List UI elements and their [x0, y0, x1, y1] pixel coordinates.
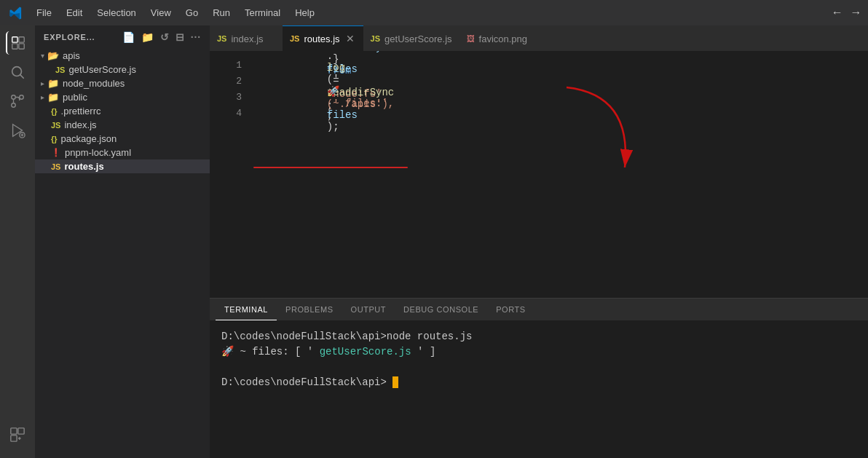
sidebar-item-label: apis: [63, 50, 80, 61]
js-tab-icon: JS: [217, 34, 226, 43]
main-layout: EXPLORE... 📄 📁 ↺ ⊟ ··· ▾ 📂 apis JS getUs…: [0, 25, 868, 458]
sidebar-item-index[interactable]: JS index.js: [35, 118, 210, 132]
sidebar-item-label: routes.js: [64, 161, 103, 172]
underline-annotation: [253, 167, 408, 168]
svg-rect-14: [18, 428, 24, 434]
sidebar-title-text: EXPLORE...: [44, 33, 95, 42]
svg-rect-0: [12, 37, 17, 42]
search-activity-icon[interactable]: [6, 60, 29, 84]
editor-content: 1 import { readdirSync } from 'node:fs' …: [210, 51, 868, 298]
menu-run[interactable]: Run: [207, 4, 236, 21]
refresh-icon[interactable]: ↺: [160, 31, 170, 43]
sidebar-item-public[interactable]: ▸ 📁 public: [35, 90, 210, 104]
folder-icon: 📁: [47, 78, 59, 89]
terminal-prompt: D:\codes\nodeFullStack\api>: [221, 376, 387, 388]
sidebar-item-label: index.js: [64, 119, 96, 130]
yaml-icon: ❗: [51, 148, 61, 157]
tab-label: favicon.png: [479, 33, 528, 44]
json-icon: {}: [51, 107, 58, 116]
sidebar-item-node-modules[interactable]: ▸ 📁 node_modules: [35, 76, 210, 90]
svg-point-6: [12, 95, 16, 100]
vscode-logo-icon: [9, 6, 23, 20]
code-editor: 1 import { readdirSync } from 'node:fs' …: [210, 51, 868, 298]
code-line-3: 3 console . log (' 🚀 ~ files:', files );: [210, 89, 868, 105]
js-file-icon: JS: [55, 66, 65, 74]
extensions-activity-icon[interactable]: [6, 423, 29, 446]
terminal-tab-output[interactable]: OUTPUT: [342, 299, 395, 320]
line-number-2: 2: [221, 76, 242, 87]
svg-rect-3: [19, 44, 24, 49]
menu-selection[interactable]: Selection: [91, 4, 141, 21]
tab-index-js[interactable]: JS index.js: [210, 25, 283, 51]
tab-getUserScore-js[interactable]: JS getUserScore.js: [363, 25, 459, 51]
terminal-filename: getUserScore.js: [320, 346, 411, 358]
line-number-1: 1: [221, 60, 242, 71]
terminal-cursor: [392, 376, 398, 388]
tab-label: routes.js: [304, 33, 339, 44]
nav-forward-button[interactable]: →: [852, 7, 859, 20]
sidebar-item-package-json[interactable]: {} package.json: [35, 132, 210, 146]
svg-point-7: [12, 103, 16, 108]
svg-marker-9: [13, 125, 23, 137]
run-debug-activity-icon[interactable]: [6, 119, 29, 142]
explorer-activity-icon[interactable]: [6, 31, 29, 55]
activity-bar: [0, 25, 35, 458]
terminal-bracket-close: ' ]: [417, 346, 435, 358]
svg-rect-13: [11, 428, 17, 434]
new-folder-icon[interactable]: 📁: [141, 31, 154, 43]
tab-bar: JS index.js JS routes.js ✕ JS getUserSco…: [210, 25, 868, 51]
sidebar-item-apis[interactable]: ▾ 📂 apis: [35, 49, 210, 63]
menu-go[interactable]: Go: [180, 4, 204, 21]
svg-point-8: [20, 95, 24, 100]
editor-area: JS index.js JS routes.js ✕ JS getUserSco…: [210, 25, 868, 458]
terminal-tab-ports[interactable]: PORTS: [487, 299, 534, 320]
menu-bar: File Edit Selection View Go Run Terminal…: [31, 4, 320, 21]
more-actions-icon[interactable]: ···: [191, 31, 201, 43]
tab-label: getUserScore.js: [384, 33, 451, 44]
js-tab-icon: JS: [290, 34, 299, 43]
sidebar-title: EXPLORE...: [44, 33, 95, 42]
tab-label: index.js: [231, 33, 263, 44]
collapse-icon[interactable]: ⊟: [175, 31, 185, 43]
sidebar-item-pnpm-lock[interactable]: ❗ pnpm-lock.yaml: [35, 146, 210, 159]
menu-view[interactable]: View: [145, 4, 177, 21]
terminal-tab-problems[interactable]: PROBLEMS: [277, 299, 342, 320]
sidebar-item-getUserScore[interactable]: JS getUserScore.js: [35, 63, 210, 76]
terminal-rocket: 🚀: [221, 346, 234, 358]
terminal-content[interactable]: D:\codes\nodeFullStack\api>node routes.j…: [210, 320, 868, 458]
svg-rect-1: [19, 37, 24, 42]
svg-rect-2: [12, 44, 17, 49]
chevron-down-icon: ▾: [41, 52, 44, 60]
nav-buttons: ← →: [834, 7, 859, 20]
line-number-4: 4: [221, 108, 242, 119]
sidebar-item-label: package.json: [61, 133, 117, 144]
tab-close-button[interactable]: ✕: [344, 33, 356, 44]
menu-help[interactable]: Help: [289, 4, 320, 21]
sidebar-item-label: pnpm-lock.yaml: [65, 147, 131, 158]
nav-back-button[interactable]: ←: [834, 7, 841, 20]
sidebar-item-label: getUserScore.js: [68, 64, 135, 75]
svg-rect-15: [11, 435, 17, 441]
sidebar-item-prettierrc[interactable]: {} .prettierrc: [35, 104, 210, 118]
menu-file[interactable]: File: [31, 4, 58, 21]
tab-favicon-png[interactable]: 🖼 favicon.png: [459, 25, 535, 51]
sidebar-item-label: node_modules: [63, 78, 125, 89]
terminal-line-3: [221, 360, 856, 375]
chevron-right-icon: ▸: [41, 93, 44, 101]
source-control-activity-icon[interactable]: [6, 90, 29, 113]
terminal-line-4: D:\codes\nodeFullStack\api>: [221, 375, 856, 390]
terminal-tab-terminal[interactable]: TERMINAL: [216, 299, 277, 320]
terminal-tab-debug-console[interactable]: DEBUG CONSOLE: [395, 299, 487, 320]
terminal-tab-bar: TERMINAL PROBLEMS OUTPUT DEBUG CONSOLE P…: [210, 299, 868, 320]
menu-edit[interactable]: Edit: [60, 4, 88, 21]
folder-icon: 📁: [47, 92, 59, 103]
new-file-icon[interactable]: 📄: [122, 31, 135, 43]
menu-terminal[interactable]: Terminal: [239, 4, 286, 21]
sidebar-item-routes[interactable]: JS routes.js: [35, 159, 210, 173]
terminal-tilde-text: ~ files: [ ': [240, 346, 313, 358]
terminal-line-1: D:\codes\nodeFullStack\api>node routes.j…: [221, 329, 856, 344]
terminal-line-2: 🚀 ~ files: [ ' getUserScore.js ' ]: [221, 344, 856, 360]
js-file-icon: JS: [51, 162, 60, 171]
js-tab-icon: JS: [371, 34, 380, 43]
tab-routes-js[interactable]: JS routes.js ✕: [283, 25, 363, 51]
